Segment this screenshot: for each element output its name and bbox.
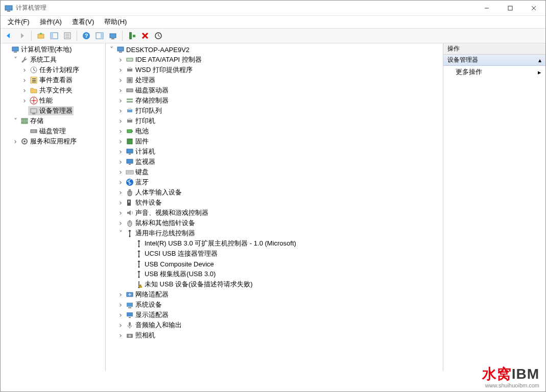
tree-item-label: 计算机 (135, 147, 155, 156)
device-tree-item[interactable]: ›IDE ATA/ATAPI 控制器 (106, 55, 443, 65)
help-button[interactable]: ? (80, 30, 92, 41)
scope-tree-item[interactable]: ›性能 (1, 95, 105, 106)
expand-icon[interactable]: › (117, 168, 124, 176)
device-tree-item[interactable]: ˅通用串行总线控制器 (106, 228, 443, 238)
actions-section[interactable]: 设备管理器 ▴ (443, 55, 545, 66)
expand-icon[interactable]: ˅ (117, 230, 124, 237)
maximize-button[interactable] (498, 1, 522, 16)
device-tree-item[interactable]: ›键盘 (106, 167, 443, 177)
device-tree-item[interactable]: ›固件 (106, 136, 443, 146)
expand-icon[interactable]: › (117, 87, 124, 94)
action-pane-button[interactable] (93, 30, 106, 41)
expand-icon[interactable]: › (117, 97, 124, 104)
minimize-button[interactable] (475, 1, 498, 16)
device-tree-item[interactable]: ›计算机 (106, 146, 443, 157)
device-tree-item[interactable]: UCSI USB 连接器管理器 (106, 249, 443, 259)
device-tree-item[interactable]: Intel(R) USB 3.0 可扩展主机控制器 - 1.0 (Microso… (106, 238, 443, 249)
expand-icon[interactable]: › (117, 322, 124, 329)
expand-icon[interactable]: › (117, 179, 124, 186)
up-button[interactable] (35, 30, 47, 41)
device-tree-item[interactable]: ›人体学输入设备 (106, 187, 443, 198)
scope-tree-item[interactable]: ˅系统工具 (1, 55, 105, 65)
device-tree-item[interactable]: ›声音、视频和游戏控制器 (106, 208, 443, 218)
device-tree-item[interactable]: ›系统设备 (106, 300, 443, 310)
device-tree-item[interactable]: ›显示适配器 (106, 310, 443, 320)
device-tree-item[interactable]: ›照相机 (106, 330, 443, 340)
show-hide-tree-button[interactable] (48, 30, 60, 41)
device-tree-item[interactable]: USB Composite Device (106, 259, 443, 269)
expand-icon[interactable]: › (117, 138, 124, 145)
expand-icon[interactable]: › (21, 87, 28, 94)
device-tree-item[interactable]: ›处理器 (106, 75, 443, 85)
device-tree-item[interactable]: !未知 USB 设备(设备描述符请求失败) (106, 279, 443, 289)
audio-icon (126, 209, 134, 217)
scope-pane[interactable]: 计算机管理(本地)˅系统工具›任务计划程序›☰事件查看器›共享文件夹›性能设备管… (1, 43, 106, 371)
expand-icon[interactable]: › (117, 332, 124, 339)
properties-button[interactable] (61, 30, 74, 41)
device-tree-item[interactable]: ›蓝牙 (106, 177, 443, 187)
scan-hardware-button[interactable] (126, 30, 138, 41)
menu-action[interactable]: 操作(A) (35, 16, 67, 28)
queue-icon (126, 107, 134, 115)
forward-button[interactable] (16, 30, 28, 41)
tree-item-label: IDE ATA/ATAPI 控制器 (135, 55, 202, 64)
expand-icon[interactable]: ˅ (12, 56, 19, 63)
device-tree-item[interactable]: USB 根集线器(USB 3.0) (106, 269, 443, 279)
scope-tree-item[interactable]: 计算机管理(本地) (1, 44, 105, 55)
device-tree-item[interactable]: ›软件设备 (106, 198, 443, 208)
hid-icon (126, 188, 134, 197)
scope-tree-item[interactable]: 设备管理器 (1, 106, 105, 116)
device-tree-item[interactable]: ˅DESKTOP-AAPE9V2 (106, 44, 443, 55)
expand-icon[interactable]: › (117, 219, 124, 227)
expand-icon[interactable]: › (12, 138, 19, 145)
device-tree-item[interactable]: ›打印队列 (106, 106, 443, 116)
expand-icon[interactable]: › (117, 128, 124, 135)
device-tree-item[interactable]: ›音频输入和输出 (106, 320, 443, 330)
expand-icon[interactable]: › (21, 66, 28, 74)
expand-icon[interactable]: › (117, 158, 124, 165)
expand-icon[interactable]: › (117, 301, 124, 308)
menu-view[interactable]: 查看(V) (67, 16, 99, 28)
expand-icon[interactable]: › (117, 117, 124, 125)
device-tree-item[interactable]: ›WSD 打印提供程序 (106, 65, 443, 75)
menu-file[interactable]: 文件(F) (3, 16, 35, 28)
device-tree-item[interactable]: ›电池 (106, 126, 443, 136)
back-button[interactable] (3, 30, 15, 41)
expand-icon[interactable]: › (117, 77, 124, 84)
expand-icon[interactable]: › (117, 311, 124, 318)
expand-icon[interactable]: › (117, 291, 124, 298)
results-pane[interactable]: ˅DESKTOP-AAPE9V2›IDE ATA/ATAPI 控制器›WSD 打… (106, 43, 443, 371)
close-button[interactable] (522, 1, 545, 16)
expand-icon[interactable]: › (117, 107, 124, 114)
refresh-button[interactable] (107, 30, 119, 41)
expand-icon[interactable]: › (117, 148, 124, 155)
expand-icon[interactable]: › (21, 97, 28, 104)
expand-icon[interactable]: › (117, 199, 124, 206)
tree-item-label: 处理器 (135, 76, 155, 85)
actions-more[interactable]: 更多操作 ▸ (443, 66, 545, 78)
svg-rect-75 (127, 303, 133, 307)
device-tree-item[interactable]: ›打印机 (106, 116, 443, 126)
menu-help[interactable]: 帮助(H) (99, 16, 132, 28)
update-driver-button[interactable] (152, 30, 164, 41)
expand-icon[interactable]: › (21, 77, 28, 84)
device-tree-item[interactable]: ›监视器 (106, 157, 443, 167)
scope-tree-item[interactable]: 磁盘管理 (1, 126, 105, 136)
scope-tree-item[interactable]: ›☰事件查看器 (1, 75, 105, 85)
scope-tree-item[interactable]: ›共享文件夹 (1, 85, 105, 95)
scope-tree-item[interactable]: ›任务计划程序 (1, 65, 105, 75)
expand-icon[interactable]: › (117, 56, 124, 63)
device-tree-item[interactable]: ›鼠标和其他指针设备 (106, 218, 443, 228)
expand-icon[interactable]: › (117, 209, 124, 216)
svg-text:?: ? (85, 33, 88, 39)
uninstall-button[interactable] (139, 30, 151, 41)
device-tree-item[interactable]: ›磁盘驱动器 (106, 85, 443, 95)
expand-icon[interactable]: › (117, 189, 124, 196)
expand-icon[interactable]: ˅ (108, 46, 115, 53)
expand-icon[interactable]: ˅ (12, 117, 19, 125)
device-tree-item[interactable]: ›存储控制器 (106, 95, 443, 106)
scope-tree-item[interactable]: ˅存储 (1, 116, 105, 126)
expand-icon[interactable]: › (117, 66, 124, 74)
scope-tree-item[interactable]: ›服务和应用程序 (1, 136, 105, 146)
device-tree-item[interactable]: ›网络适配器 (106, 289, 443, 300)
